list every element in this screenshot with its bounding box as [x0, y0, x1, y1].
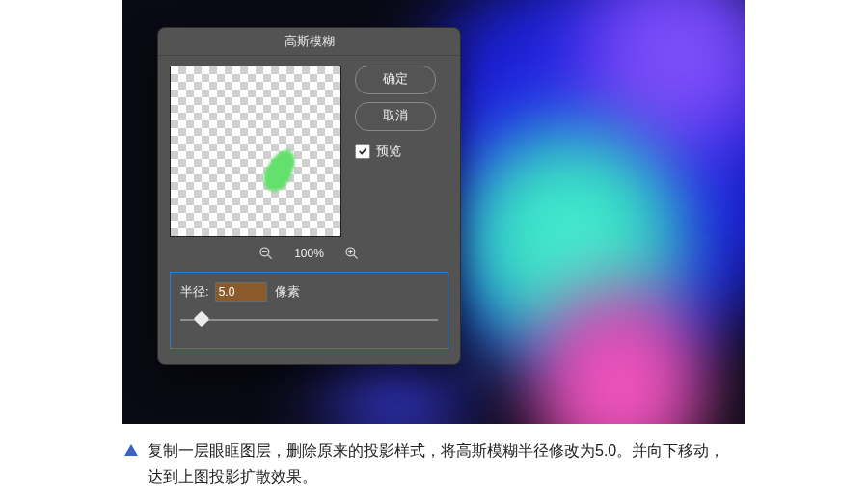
dialog-title: 高斯模糊 — [158, 28, 460, 56]
cancel-button[interactable]: 取消 — [355, 102, 436, 131]
zoom-out-icon[interactable] — [258, 245, 275, 262]
radius-group: 半径: 像素 — [170, 272, 448, 349]
slider-thumb[interactable] — [194, 311, 210, 328]
gaussian-blur-dialog[interactable]: 高斯模糊 确定 取消 预览 100% — [157, 27, 461, 365]
slider-track — [180, 319, 438, 321]
check-icon — [358, 146, 367, 156]
caption-line-1: 复制一层眼眶图层，删除原来的投影样式，将高斯模糊半径修改为5.0。并向下移动， — [148, 442, 724, 459]
preview-area[interactable] — [170, 66, 341, 237]
svg-line-1 — [268, 255, 272, 259]
radius-unit: 像素 — [275, 283, 300, 301]
caption: 复制一层眼眶图层，删除原来的投影样式，将高斯模糊半径修改为5.0。并向下移动， … — [122, 437, 744, 489]
ok-button[interactable]: 确定 — [355, 66, 436, 94]
preview-checkbox-label: 预览 — [376, 143, 401, 160]
radius-label: 半径: — [180, 283, 209, 301]
preview-checkbox-row[interactable]: 预览 — [355, 143, 436, 160]
triangle-icon — [124, 444, 138, 456]
preview-checkbox[interactable] — [355, 144, 370, 159]
radius-slider[interactable] — [180, 313, 438, 327]
zoom-in-icon[interactable] — [343, 245, 361, 262]
dialog-body: 确定 取消 预览 100% 半径: — [158, 56, 460, 364]
radius-input[interactable] — [215, 282, 267, 302]
zoom-level: 100% — [294, 247, 324, 260]
preview-leaf-shape — [258, 145, 302, 197]
svg-line-4 — [353, 255, 357, 259]
caption-line-2: 达到上图投影扩散效果。 — [148, 468, 317, 485]
zoom-controls: 100% — [170, 245, 448, 262]
